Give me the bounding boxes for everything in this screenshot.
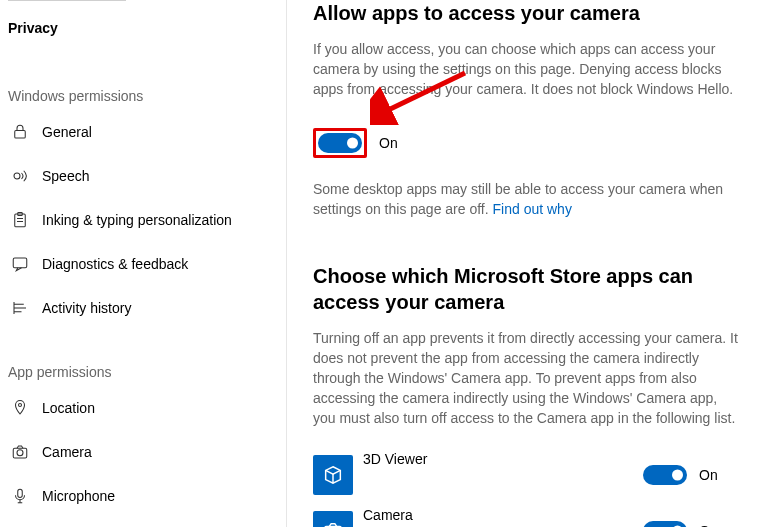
sidebar-item-diagnostics[interactable]: Diagnostics & feedback [0,242,286,286]
find-out-why-link[interactable]: Find out why [493,201,572,217]
annotation-highlight [313,128,367,158]
content-pane: Allow apps to access your camera If you … [287,0,769,527]
3d-viewer-icon [313,455,353,495]
sidebar-item-activity[interactable]: Activity history [0,286,286,330]
sidebar-item-microphone[interactable]: Microphone [0,474,286,518]
sidebar-item-inking[interactable]: Inking & typing personalization [0,198,286,242]
app-toggle-3d-viewer[interactable] [643,465,687,485]
svg-point-13 [17,450,23,456]
sidebar-item-label: Speech [42,168,89,184]
sidebar-item-label: Diagnostics & feedback [42,256,188,272]
desc-allow-apps: If you allow access, you can choose whic… [313,40,743,100]
camera-app-icon [313,511,353,527]
heading-choose-apps: Choose which Microsoft Store apps can ac… [313,263,743,315]
svg-rect-6 [13,258,27,268]
camera-icon [10,442,30,462]
desc-choose-apps: Turning off an app prevents it from dire… [313,329,743,428]
sidebar-item-label: Camera [42,444,92,460]
app-list: 3D Viewer On Camera On Cortana Off [313,447,743,527]
svg-rect-0 [15,131,26,139]
feedback-icon [10,254,30,274]
sidebar-item-label: Inking & typing personalization [42,212,232,228]
sidebar-item-label: General [42,124,92,140]
location-icon [10,398,30,418]
sidebar-item-speech[interactable]: Speech [0,154,286,198]
app-toggle-camera[interactable] [643,521,687,527]
app-name: Camera [363,507,643,523]
svg-rect-14 [18,489,23,497]
heading-allow-apps: Allow apps to access your camera [313,0,743,26]
app-name: 3D Viewer [363,451,643,467]
speech-icon [10,166,30,186]
sidebar-item-label: Location [42,400,95,416]
camera-access-toggle-row: On [313,128,743,158]
app-toggle-label: On [699,523,718,527]
sidebar-item-camera[interactable]: Camera [0,430,286,474]
sidebar-title: Privacy [0,1,286,36]
camera-access-toggle-label: On [379,135,398,151]
app-toggle-label: On [699,467,718,483]
lock-icon [10,122,30,142]
sidebar-section-windows: Windows permissions [0,88,286,110]
activity-icon [10,298,30,318]
microphone-icon [10,486,30,506]
desc-desktop-apps: Some desktop apps may still be able to a… [313,180,743,220]
svg-point-1 [14,173,20,179]
sidebar-item-location[interactable]: Location [0,386,286,430]
sidebar-item-label: Microphone [42,488,115,504]
camera-access-toggle[interactable] [318,133,362,153]
sidebar-item-label: Activity history [42,300,131,316]
svg-point-11 [19,404,22,407]
app-row-camera: Camera On [313,503,743,527]
sidebar: Privacy Windows permissions General Spee… [0,0,287,527]
nav-list-app: Location Camera Microphone [0,386,286,518]
sidebar-section-app: App permissions [0,364,286,386]
nav-list-windows: General Speech Inking & typing personali… [0,110,286,330]
app-row-3d-viewer: 3D Viewer On [313,447,743,503]
sidebar-item-general[interactable]: General [0,110,286,154]
clipboard-icon [10,210,30,230]
